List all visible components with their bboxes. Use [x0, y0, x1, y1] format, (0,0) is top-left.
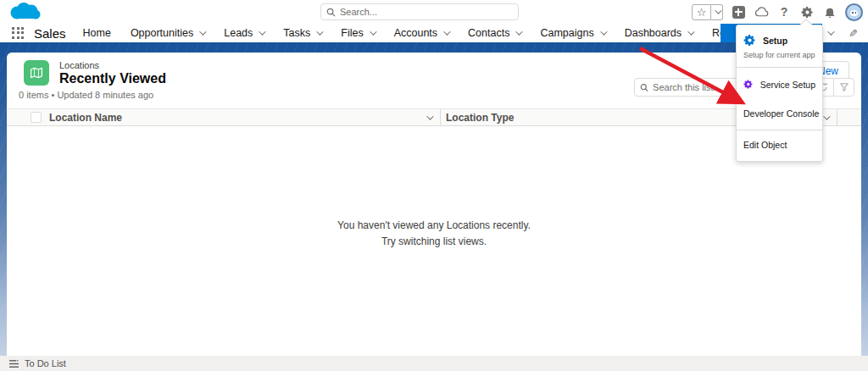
- guidance-center-button[interactable]: [754, 4, 769, 19]
- todo-list-button[interactable]: To Do List: [25, 358, 66, 368]
- chevron-down-icon[interactable]: [687, 28, 694, 35]
- utility-bar: To Do List: [0, 356, 868, 371]
- select-all-cell: [7, 109, 44, 125]
- empty-state-line2: Try switching list views.: [7, 234, 861, 250]
- tab-files[interactable]: Files: [341, 27, 374, 39]
- column-chevron-icon[interactable]: [823, 113, 830, 119]
- favorites-button[interactable]: ☆: [692, 4, 723, 20]
- more-tabs-chevron-icon[interactable]: [827, 28, 834, 35]
- tab-leads[interactable]: Leads: [224, 27, 264, 39]
- empty-state-line1: You haven't viewed any Locations recentl…: [7, 218, 861, 234]
- chevron-down-icon[interactable]: [600, 28, 607, 35]
- edit-nav-pencil-icon[interactable]: ✎: [849, 27, 858, 40]
- chevron-down-icon[interactable]: [199, 28, 206, 35]
- help-button[interactable]: ?: [776, 4, 792, 19]
- annotation-arrow: [627, 41, 763, 117]
- global-search-input[interactable]: [340, 7, 513, 17]
- column-header-stub: [837, 109, 861, 125]
- tab-opportunities[interactable]: Opportunities: [131, 27, 204, 39]
- select-all-checkbox[interactable]: [31, 112, 42, 123]
- chevron-down-icon[interactable]: [259, 28, 265, 35]
- filter-button[interactable]: [833, 78, 854, 97]
- app-launcher-icon[interactable]: [12, 27, 24, 40]
- salesforce-logo-icon[interactable]: [7, 1, 42, 26]
- astro-icon: [850, 10, 858, 16]
- global-header: ☆ ?: [0, 0, 868, 24]
- chevron-down-icon[interactable]: [443, 28, 450, 35]
- menu-item-edit-object[interactable]: Edit Object: [737, 130, 822, 161]
- cloud-icon: [754, 7, 769, 18]
- nav-overflow-area: ✎: [822, 24, 868, 42]
- filter-icon: [839, 82, 849, 92]
- chevron-down-icon[interactable]: [370, 28, 376, 35]
- tab-accounts[interactable]: Accounts: [394, 27, 448, 39]
- locations-object-icon: [24, 60, 49, 86]
- gear-icon: [801, 6, 814, 19]
- setup-gear-button[interactable]: [799, 4, 815, 19]
- list-meta: 0 items • Updated 8 minutes ago: [19, 90, 153, 100]
- map-icon: [30, 66, 43, 80]
- user-avatar[interactable]: [845, 3, 863, 21]
- column-header-location-name[interactable]: Location Name: [44, 109, 441, 125]
- chevron-down-icon[interactable]: [316, 28, 323, 35]
- quick-create-button[interactable]: [731, 4, 746, 19]
- bell-icon: [824, 6, 836, 19]
- todo-list-icon: [8, 359, 19, 368]
- star-icon[interactable]: ☆: [692, 4, 711, 20]
- column-chevron-icon[interactable]: [426, 113, 433, 119]
- notifications-button[interactable]: [822, 4, 837, 19]
- tab-dashboards[interactable]: Dashboards: [625, 27, 693, 39]
- tab-campaigns[interactable]: Campaigns: [540, 27, 604, 39]
- search-icon: [326, 8, 336, 17]
- tab-home[interactable]: Home: [83, 27, 111, 39]
- tab-tasks[interactable]: Tasks: [283, 27, 321, 39]
- tab-contacts[interactable]: Contacts: [468, 27, 520, 39]
- global-search[interactable]: [320, 3, 519, 20]
- empty-state: You haven't viewed any Locations recentl…: [7, 126, 861, 250]
- chevron-down-icon[interactable]: [516, 28, 523, 35]
- favorites-caret[interactable]: [711, 4, 723, 20]
- plus-icon: [732, 6, 745, 19]
- app-name[interactable]: Sales: [34, 26, 66, 41]
